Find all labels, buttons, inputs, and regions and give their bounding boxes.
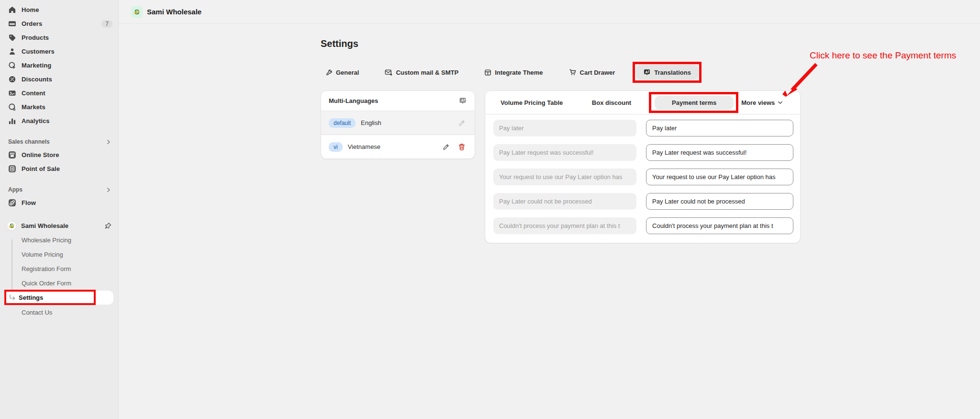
content-icon (8, 89, 16, 97)
sami-wholesale-app-icon: S (131, 6, 143, 18)
sidebar-item-analytics[interactable]: Analytics (0, 114, 118, 128)
markets-icon: $ (8, 103, 16, 111)
sidebar-item-home[interactable]: Home (0, 3, 118, 17)
more-views-dropdown[interactable]: More views (741, 99, 783, 106)
chevron-down-icon (777, 100, 783, 106)
source-text-field-4 (493, 193, 636, 210)
apps-header[interactable]: Apps (0, 183, 118, 196)
translation-views-tab-bar: Volume Pricing Table Box discount Paymen… (485, 91, 800, 114)
submenu-tree-line (11, 239, 12, 298)
pin-icon[interactable] (104, 222, 111, 229)
settings-tab-bar: General Custom mail & SMTP Integrate The… (321, 63, 698, 82)
edit-english-button[interactable] (457, 118, 467, 128)
online-store-icon (8, 151, 16, 159)
svg-text:A: A (646, 70, 648, 74)
page-title: Settings (321, 38, 358, 49)
delete-vietnamese-button[interactable] (457, 142, 467, 152)
source-text-field-5 (493, 217, 636, 234)
translate-badge-icon: A (458, 97, 467, 105)
sidebar-item-volume-pricing[interactable]: Volume Pricing (0, 247, 118, 261)
sidebar-item-orders[interactable]: Orders 7 (0, 17, 118, 31)
sidebar-item-quick-order-form[interactable]: Quick Order Form (0, 276, 118, 290)
sami-wholesale-logo: S (7, 221, 17, 231)
language-row-vietnamese[interactable]: vi Vietnamese (321, 135, 475, 159)
sidebar-item-discounts[interactable]: Discounts (0, 72, 118, 86)
theme-icon (484, 69, 491, 76)
source-text-field-2 (493, 144, 636, 161)
point-of-sale-icon: S (8, 165, 16, 173)
sidebar-item-contact-us[interactable]: Contact Us (0, 305, 118, 319)
translation-row (493, 144, 793, 161)
customers-icon (8, 47, 16, 56)
sidebar-item-settings[interactable]: Settings (4, 291, 113, 305)
translation-fields (485, 114, 800, 243)
chevron-right-icon (105, 187, 111, 193)
translation-input-1[interactable] (646, 120, 793, 136)
sales-channels-header[interactable]: Sales channels (0, 136, 118, 148)
annotation-text: Click here to see the Payment terms (810, 50, 956, 61)
tab-translations[interactable]: A Translations (636, 65, 698, 80)
sidebar-item-point-of-sale[interactable]: S Point of Sale (0, 162, 118, 176)
vi-badge: vi (329, 142, 343, 152)
cart-icon (569, 68, 577, 76)
svg-text:$: $ (13, 107, 15, 111)
mail-icon (385, 68, 392, 76)
source-text-field-1 (493, 120, 636, 136)
tab-cart-drawer[interactable]: Cart Drawer (564, 65, 620, 80)
pencil-icon (442, 143, 450, 151)
tab-box-discount[interactable]: Box discount (587, 99, 636, 106)
tab-payment-terms[interactable]: Payment terms (655, 96, 734, 110)
edit-vietnamese-button[interactable] (441, 142, 451, 152)
translation-input-5[interactable] (646, 217, 793, 234)
translation-row (493, 169, 793, 185)
chevron-right-icon (105, 139, 111, 145)
source-text-field-3 (493, 169, 636, 185)
pencil-icon (458, 119, 466, 127)
tab-custom-mail-smtp[interactable]: Custom mail & SMTP (380, 65, 463, 80)
sidebar-item-products[interactable]: Products (0, 31, 118, 45)
home-icon (8, 6, 16, 14)
tab-general[interactable]: General (321, 65, 364, 80)
multi-languages-panel: Multi-Languages A default English vi Vie… (321, 91, 475, 159)
tab-volume-pricing-table[interactable]: Volume Pricing Table (501, 99, 562, 106)
flow-icon (8, 199, 16, 207)
marketing-icon (8, 61, 16, 69)
app-title: Sami Wholesale (147, 8, 201, 16)
sidebar-item-flow[interactable]: Flow (0, 196, 118, 210)
sidebar-item-content[interactable]: Content (0, 86, 118, 100)
wrench-icon (325, 69, 333, 76)
translate-icon: A (643, 68, 651, 76)
tab-integrate-theme[interactable]: Integrate Theme (479, 65, 547, 80)
highlight-box-settings (4, 290, 96, 305)
orders-icon (8, 20, 16, 28)
sidebar-item-wholesale-pricing[interactable]: Wholesale Pricing (0, 233, 118, 247)
sidebar-item-registration-form[interactable]: Registration Form (0, 261, 118, 276)
translation-row (493, 120, 793, 136)
sidebar-item-customers[interactable]: Customers (0, 45, 118, 58)
sidebar-item-marketing[interactable]: Marketing (0, 58, 118, 72)
translation-input-2[interactable] (646, 144, 793, 161)
trash-icon (458, 143, 466, 151)
sidebar-item-sami-wholesale[interactable]: S Sami Wholesale (0, 218, 118, 233)
sidebar-item-markets[interactable]: $ Markets (0, 100, 118, 114)
svg-text:S: S (11, 167, 13, 170)
orders-count-badge: 7 (101, 20, 112, 28)
translation-row (493, 217, 793, 234)
discounts-icon (8, 75, 16, 83)
app-topbar: S Sami Wholesale (119, 0, 980, 24)
analytics-icon (8, 117, 16, 125)
multi-languages-header: Multi-Languages A (321, 91, 475, 111)
language-row-english[interactable]: default English (321, 111, 475, 135)
translations-panel: Volume Pricing Table Box discount Paymen… (485, 91, 801, 243)
sidebar: Home Orders 7 Products Customers Marketi… (0, 0, 119, 419)
default-badge: default (329, 118, 356, 128)
svg-text:A: A (461, 98, 464, 102)
translation-row (493, 193, 793, 210)
main-area: S Sami Wholesale Settings General Custom… (119, 0, 980, 419)
submenu-elbow-icon (9, 294, 16, 302)
translation-input-3[interactable] (646, 169, 793, 185)
sidebar-item-online-store[interactable]: Online Store (0, 148, 118, 162)
translation-input-4[interactable] (646, 193, 793, 210)
products-icon (8, 34, 16, 42)
